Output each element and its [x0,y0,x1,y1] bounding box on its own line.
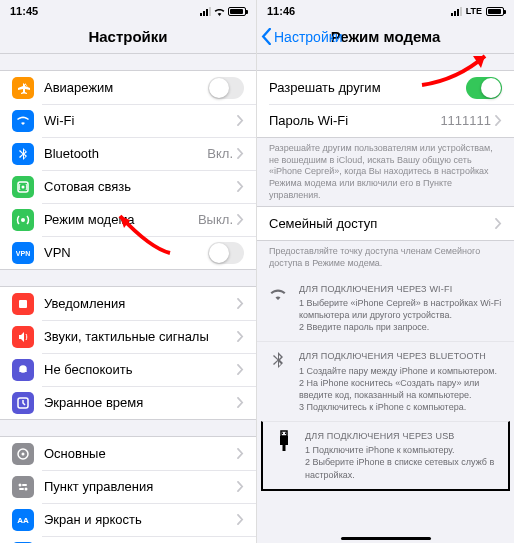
chevron-right-icon [237,148,244,159]
hotspot-screen: 11:46 LTE Настройки Режим модема Разреша… [257,0,514,543]
navbar: Настройки Режим модема [257,20,514,54]
general-icon [12,443,34,465]
back-button[interactable]: Настройки [261,28,343,45]
chevron-right-icon [237,115,244,126]
display-icon: AA [12,509,34,531]
status-bar: 11:46 LTE [257,0,514,20]
connection-usb: ДЛЯ ПОДКЛЮЧЕНИЯ ЧЕРЕЗ USB1 Подключите iP… [261,421,510,491]
svg-text:AA: AA [17,516,29,525]
signal-icon [200,7,211,16]
settings-screen: 11:45 Настройки АвиарежимWi-FiBluetoothВ… [0,0,257,543]
settings-row-display[interactable]: AAЭкран и яркость [0,503,256,536]
svg-rect-20 [283,445,286,451]
connection-wifi: ДЛЯ ПОДКЛЮЧЕНИЯ ЧЕРЕЗ WI-FI1 Выберите «i… [257,275,514,342]
toggle[interactable] [208,242,244,264]
wifi-password-row[interactable]: Пароль Wi-Fi 1111111 [257,104,514,137]
dnd-icon [12,359,34,381]
svg-rect-17 [282,433,283,435]
chevron-right-icon [237,397,244,408]
svg-point-11 [25,487,28,490]
settings-row-vpn[interactable]: VPNVPN [0,236,256,269]
svg-rect-16 [281,431,287,436]
settings-row-notify[interactable]: Уведомления [0,287,256,320]
settings-row-wifi[interactable]: Wi-Fi [0,104,256,137]
family-sharing-row[interactable]: Семейный доступ [257,207,514,240]
signal-icon [451,7,462,16]
settings-row-sounds[interactable]: Звуки, тактильные сигналы [0,320,256,353]
vpn-icon: VPN [12,242,34,264]
hotspot-icon [12,209,34,231]
airplane-icon [12,77,34,99]
chevron-right-icon [237,331,244,342]
allow-others-toggle[interactable] [466,77,502,99]
settings-row-screentime[interactable]: Экранное время [0,386,256,419]
svg-rect-10 [22,484,27,486]
settings-row-airplane[interactable]: Авиарежим [0,71,256,104]
settings-row-cellular[interactable]: Сотовая связь [0,170,256,203]
settings-row-hotspot[interactable]: Режим модемаВыкл. [0,203,256,236]
cellular-icon [12,176,34,198]
control-icon [12,476,34,498]
password-value: 1111111 [440,113,491,128]
bluetooth-icon [267,350,289,372]
connection-bluetooth: ДЛЯ ПОДКЛЮЧЕНИЯ ЧЕРЕЗ BLUETOOTH1 Создайт… [257,341,514,421]
settings-row-dnd[interactable]: Не беспокоить [0,353,256,386]
svg-rect-19 [280,436,288,445]
svg-point-1 [22,185,25,188]
wifi-status-icon [213,7,226,16]
svg-rect-4 [19,300,27,308]
chevron-right-icon [237,481,244,492]
svg-point-9 [19,483,22,486]
home-indicator[interactable] [341,537,431,540]
navbar: Настройки [0,20,256,54]
chevron-right-icon [237,364,244,375]
chevron-right-icon [237,214,244,225]
time: 11:46 [267,5,295,17]
svg-point-8 [22,452,25,455]
usb-icon [273,430,295,452]
chevron-right-icon [237,448,244,459]
chevron-right-icon [237,298,244,309]
chevron-right-icon [495,115,502,126]
lte-label: LTE [466,6,482,16]
page-title: Настройки [88,28,167,45]
page-title: Режим модема [331,28,441,45]
status-bar: 11:45 [0,0,256,20]
wifi-icon [12,110,34,132]
settings-row-general[interactable]: Основные [0,437,256,470]
time: 11:45 [10,5,38,17]
svg-text:VPN: VPN [16,250,30,257]
svg-point-2 [21,218,25,222]
settings-row-bluetooth[interactable]: BluetoothВкл. [0,137,256,170]
allow-note: Разрешайте другим пользователям или устр… [257,138,514,206]
battery-icon [228,7,246,16]
chevron-right-icon [237,514,244,525]
screentime-icon [12,392,34,414]
chevron-right-icon [495,218,502,229]
notify-icon [12,293,34,315]
allow-others-row[interactable]: Разрешать другим [257,71,514,104]
battery-icon [486,7,504,16]
toggle[interactable] [208,77,244,99]
bluetooth-icon [12,143,34,165]
svg-rect-12 [19,488,24,490]
settings-row-control[interactable]: Пункт управления [0,470,256,503]
chevron-right-icon [237,181,244,192]
settings-row-access[interactable]: Универсальный доступ [0,536,256,543]
wifi-icon [267,283,289,305]
sounds-icon [12,326,34,348]
family-note: Предоставляйте точку доступа членам Семе… [257,241,514,274]
svg-rect-18 [285,433,286,435]
